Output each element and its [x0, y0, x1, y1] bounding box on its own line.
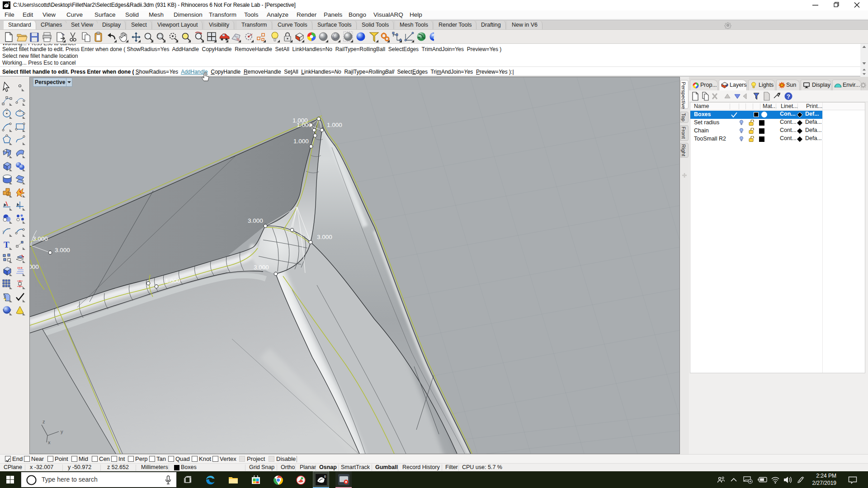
svg-text:1.000: 1.000 [293, 138, 309, 145]
svg-text:z: z [42, 419, 45, 424]
svg-text:x: x [48, 440, 51, 445]
svg-text:1.000: 1.000 [327, 122, 342, 128]
svg-text:6: 6 [8, 2, 9, 5]
svg-text:?: ? [432, 33, 434, 40]
svg-text:3.000: 3.000 [33, 235, 48, 242]
svg-text:3.000: 3.000 [317, 234, 332, 240]
svg-text:3.000: 3.000 [254, 264, 269, 271]
svg-text:3.000: 3.000 [248, 217, 263, 224]
svg-text:T: T [4, 240, 9, 249]
svg-text:y: y [61, 429, 63, 434]
svg-text:3.000: 3.000 [30, 263, 39, 270]
svg-text:1.000: 1.000 [165, 277, 180, 284]
svg-text:?: ? [787, 93, 790, 100]
svg-text:3.000: 3.000 [55, 247, 70, 253]
svg-text:6: 6 [324, 475, 326, 478]
svg-text:1.000: 1.000 [297, 122, 312, 128]
